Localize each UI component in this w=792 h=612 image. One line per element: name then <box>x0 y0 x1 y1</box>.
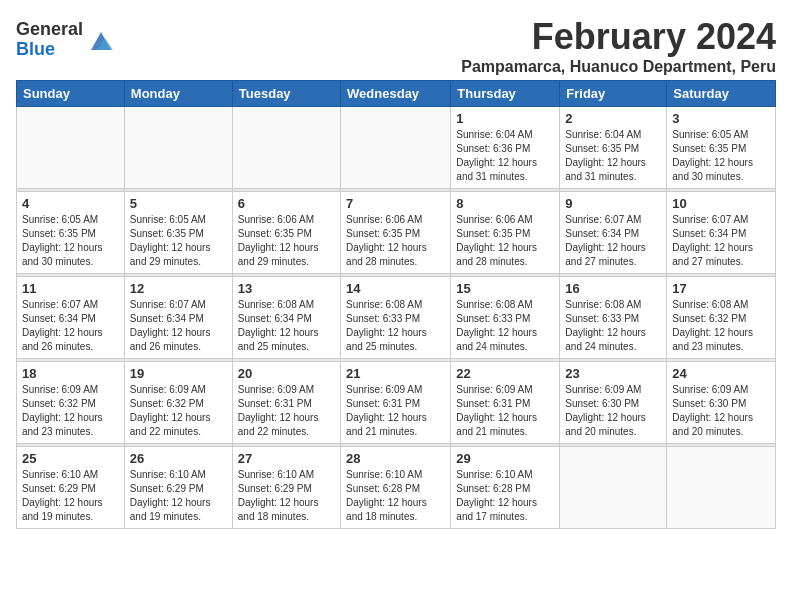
calendar-week-row: 11Sunrise: 6:07 AM Sunset: 6:34 PM Dayli… <box>17 277 776 359</box>
day-info: Sunrise: 6:10 AM Sunset: 6:29 PM Dayligh… <box>238 468 335 524</box>
calendar-header-thursday: Thursday <box>451 81 560 107</box>
day-info: Sunrise: 6:07 AM Sunset: 6:34 PM Dayligh… <box>565 213 661 269</box>
calendar-header-tuesday: Tuesday <box>232 81 340 107</box>
day-number: 3 <box>672 111 770 126</box>
calendar-day-cell: 7Sunrise: 6:06 AM Sunset: 6:35 PM Daylig… <box>341 192 451 274</box>
calendar-header-row: SundayMondayTuesdayWednesdayThursdayFrid… <box>17 81 776 107</box>
day-number: 28 <box>346 451 445 466</box>
calendar-day-cell: 19Sunrise: 6:09 AM Sunset: 6:32 PM Dayli… <box>124 362 232 444</box>
day-info: Sunrise: 6:05 AM Sunset: 6:35 PM Dayligh… <box>22 213 119 269</box>
calendar-day-cell: 23Sunrise: 6:09 AM Sunset: 6:30 PM Dayli… <box>560 362 667 444</box>
day-number: 26 <box>130 451 227 466</box>
day-info: Sunrise: 6:09 AM Sunset: 6:32 PM Dayligh… <box>22 383 119 439</box>
day-info: Sunrise: 6:09 AM Sunset: 6:31 PM Dayligh… <box>456 383 554 439</box>
day-info: Sunrise: 6:09 AM Sunset: 6:30 PM Dayligh… <box>565 383 661 439</box>
day-number: 24 <box>672 366 770 381</box>
day-number: 4 <box>22 196 119 211</box>
calendar-day-cell: 6Sunrise: 6:06 AM Sunset: 6:35 PM Daylig… <box>232 192 340 274</box>
day-info: Sunrise: 6:05 AM Sunset: 6:35 PM Dayligh… <box>672 128 770 184</box>
calendar-header-friday: Friday <box>560 81 667 107</box>
day-info: Sunrise: 6:04 AM Sunset: 6:35 PM Dayligh… <box>565 128 661 184</box>
page-header: General Blue February 2024 Pampamarca, H… <box>16 16 776 76</box>
calendar-day-cell: 3Sunrise: 6:05 AM Sunset: 6:35 PM Daylig… <box>667 107 776 189</box>
calendar-header-wednesday: Wednesday <box>341 81 451 107</box>
calendar-day-cell: 21Sunrise: 6:09 AM Sunset: 6:31 PM Dayli… <box>341 362 451 444</box>
calendar-day-cell: 8Sunrise: 6:06 AM Sunset: 6:35 PM Daylig… <box>451 192 560 274</box>
calendar-day-cell <box>341 107 451 189</box>
calendar-day-cell <box>560 447 667 529</box>
day-info: Sunrise: 6:10 AM Sunset: 6:28 PM Dayligh… <box>456 468 554 524</box>
day-number: 23 <box>565 366 661 381</box>
day-number: 2 <box>565 111 661 126</box>
day-number: 18 <box>22 366 119 381</box>
day-info: Sunrise: 6:07 AM Sunset: 6:34 PM Dayligh… <box>22 298 119 354</box>
day-number: 6 <box>238 196 335 211</box>
calendar-day-cell: 9Sunrise: 6:07 AM Sunset: 6:34 PM Daylig… <box>560 192 667 274</box>
calendar-day-cell: 11Sunrise: 6:07 AM Sunset: 6:34 PM Dayli… <box>17 277 125 359</box>
day-info: Sunrise: 6:08 AM Sunset: 6:33 PM Dayligh… <box>565 298 661 354</box>
day-number: 11 <box>22 281 119 296</box>
calendar-day-cell: 27Sunrise: 6:10 AM Sunset: 6:29 PM Dayli… <box>232 447 340 529</box>
day-info: Sunrise: 6:06 AM Sunset: 6:35 PM Dayligh… <box>238 213 335 269</box>
calendar-table: SundayMondayTuesdayWednesdayThursdayFrid… <box>16 80 776 529</box>
day-number: 14 <box>346 281 445 296</box>
logo-icon <box>87 26 115 54</box>
day-info: Sunrise: 6:09 AM Sunset: 6:31 PM Dayligh… <box>346 383 445 439</box>
logo-text: General Blue <box>16 20 83 60</box>
location-title: Pampamarca, Huanuco Department, Peru <box>461 58 776 76</box>
day-info: Sunrise: 6:08 AM Sunset: 6:34 PM Dayligh… <box>238 298 335 354</box>
calendar-day-cell: 4Sunrise: 6:05 AM Sunset: 6:35 PM Daylig… <box>17 192 125 274</box>
day-number: 15 <box>456 281 554 296</box>
day-info: Sunrise: 6:10 AM Sunset: 6:29 PM Dayligh… <box>22 468 119 524</box>
day-info: Sunrise: 6:09 AM Sunset: 6:32 PM Dayligh… <box>130 383 227 439</box>
day-number: 27 <box>238 451 335 466</box>
day-number: 17 <box>672 281 770 296</box>
calendar-day-cell: 20Sunrise: 6:09 AM Sunset: 6:31 PM Dayli… <box>232 362 340 444</box>
day-number: 21 <box>346 366 445 381</box>
day-number: 5 <box>130 196 227 211</box>
day-info: Sunrise: 6:06 AM Sunset: 6:35 PM Dayligh… <box>456 213 554 269</box>
calendar-week-row: 25Sunrise: 6:10 AM Sunset: 6:29 PM Dayli… <box>17 447 776 529</box>
calendar-day-cell: 28Sunrise: 6:10 AM Sunset: 6:28 PM Dayli… <box>341 447 451 529</box>
day-info: Sunrise: 6:07 AM Sunset: 6:34 PM Dayligh… <box>130 298 227 354</box>
calendar-day-cell: 10Sunrise: 6:07 AM Sunset: 6:34 PM Dayli… <box>667 192 776 274</box>
day-info: Sunrise: 6:08 AM Sunset: 6:33 PM Dayligh… <box>346 298 445 354</box>
day-number: 1 <box>456 111 554 126</box>
day-info: Sunrise: 6:09 AM Sunset: 6:30 PM Dayligh… <box>672 383 770 439</box>
calendar-day-cell: 24Sunrise: 6:09 AM Sunset: 6:30 PM Dayli… <box>667 362 776 444</box>
calendar-week-row: 1Sunrise: 6:04 AM Sunset: 6:36 PM Daylig… <box>17 107 776 189</box>
title-area: February 2024 Pampamarca, Huanuco Depart… <box>461 16 776 76</box>
calendar-day-cell: 29Sunrise: 6:10 AM Sunset: 6:28 PM Dayli… <box>451 447 560 529</box>
day-number: 7 <box>346 196 445 211</box>
calendar-day-cell: 13Sunrise: 6:08 AM Sunset: 6:34 PM Dayli… <box>232 277 340 359</box>
calendar-week-row: 18Sunrise: 6:09 AM Sunset: 6:32 PM Dayli… <box>17 362 776 444</box>
day-info: Sunrise: 6:05 AM Sunset: 6:35 PM Dayligh… <box>130 213 227 269</box>
day-number: 12 <box>130 281 227 296</box>
day-info: Sunrise: 6:09 AM Sunset: 6:31 PM Dayligh… <box>238 383 335 439</box>
day-info: Sunrise: 6:04 AM Sunset: 6:36 PM Dayligh… <box>456 128 554 184</box>
day-info: Sunrise: 6:06 AM Sunset: 6:35 PM Dayligh… <box>346 213 445 269</box>
calendar-body: 1Sunrise: 6:04 AM Sunset: 6:36 PM Daylig… <box>17 107 776 529</box>
day-number: 29 <box>456 451 554 466</box>
day-number: 19 <box>130 366 227 381</box>
calendar-day-cell: 18Sunrise: 6:09 AM Sunset: 6:32 PM Dayli… <box>17 362 125 444</box>
calendar-week-row: 4Sunrise: 6:05 AM Sunset: 6:35 PM Daylig… <box>17 192 776 274</box>
day-number: 20 <box>238 366 335 381</box>
calendar-day-cell: 17Sunrise: 6:08 AM Sunset: 6:32 PM Dayli… <box>667 277 776 359</box>
day-info: Sunrise: 6:07 AM Sunset: 6:34 PM Dayligh… <box>672 213 770 269</box>
calendar-day-cell: 5Sunrise: 6:05 AM Sunset: 6:35 PM Daylig… <box>124 192 232 274</box>
day-number: 25 <box>22 451 119 466</box>
calendar-header-saturday: Saturday <box>667 81 776 107</box>
day-info: Sunrise: 6:10 AM Sunset: 6:29 PM Dayligh… <box>130 468 227 524</box>
calendar-day-cell: 14Sunrise: 6:08 AM Sunset: 6:33 PM Dayli… <box>341 277 451 359</box>
calendar-header-sunday: Sunday <box>17 81 125 107</box>
calendar-header-monday: Monday <box>124 81 232 107</box>
calendar-day-cell: 22Sunrise: 6:09 AM Sunset: 6:31 PM Dayli… <box>451 362 560 444</box>
day-number: 10 <box>672 196 770 211</box>
logo-blue: Blue <box>16 40 83 60</box>
day-info: Sunrise: 6:08 AM Sunset: 6:33 PM Dayligh… <box>456 298 554 354</box>
day-number: 16 <box>565 281 661 296</box>
calendar-day-cell <box>124 107 232 189</box>
day-info: Sunrise: 6:10 AM Sunset: 6:28 PM Dayligh… <box>346 468 445 524</box>
calendar-day-cell: 12Sunrise: 6:07 AM Sunset: 6:34 PM Dayli… <box>124 277 232 359</box>
